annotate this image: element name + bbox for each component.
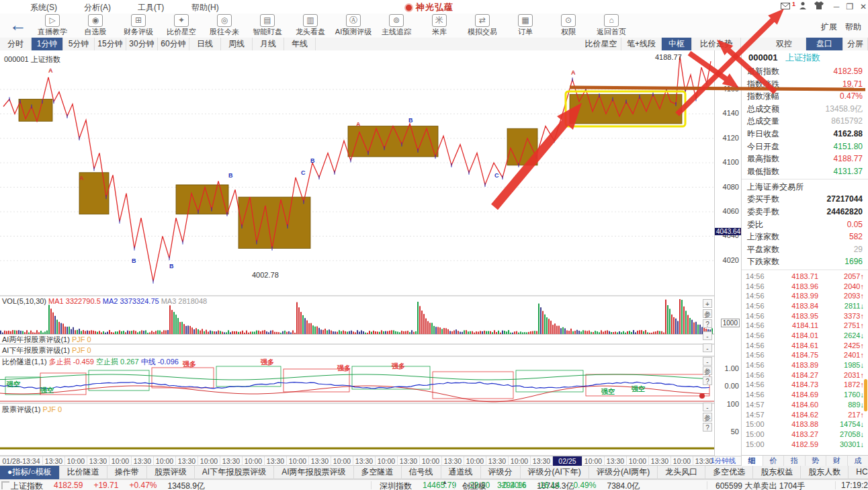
tick-row[interactable]: 14:574184.60889↓ <box>742 400 868 410</box>
mini-tab-5[interactable]: 财 <box>826 456 848 466</box>
pane-button--[interactable]: - <box>703 357 712 366</box>
pane-button-参[interactable]: 参 <box>703 366 712 375</box>
mode-tab-4[interactable]: 比价走势 <box>692 38 741 50</box>
toolbar-leader-board[interactable]: ▥龙头看盘 <box>289 14 332 37</box>
toolbar-live-teaching[interactable]: ▷直播教学 <box>31 14 74 37</box>
indicator-tab-1[interactable]: ●指标/○模板 <box>0 466 60 479</box>
pane-button--[interactable]: - <box>703 331 712 340</box>
period-tab-4[interactable]: 15分钟 <box>95 38 126 50</box>
period-tab-8[interactable]: 周线 <box>221 38 253 50</box>
mode-tab-2[interactable]: 笔+线段 <box>621 38 662 50</box>
mini-tab-1[interactable]: 细 <box>742 456 763 466</box>
tick-row[interactable]: 14:574184.62217↑ <box>742 410 868 420</box>
indicator-tab-3[interactable]: 操作带 <box>107 466 147 479</box>
period-tab-9[interactable]: 月线 <box>253 38 284 50</box>
tick-row[interactable]: 14:564184.112751↑ <box>742 321 868 331</box>
toolbar-permission[interactable]: ⊙权限 <box>547 14 590 37</box>
indicator-tab-12[interactable]: 评级分(AI两年) <box>589 466 658 479</box>
tick-row[interactable]: 15:004183.8814754↓ <box>742 419 868 430</box>
mail-icon[interactable]: 1 <box>779 1 791 12</box>
toolbar-sim-trading[interactable]: ⇄模拟交易 <box>461 14 504 37</box>
tick-row[interactable]: 14:564184.272031↑ <box>742 370 868 380</box>
tick-row[interactable]: 14:564184.691760↓ <box>742 390 868 400</box>
menu-item-3[interactable]: 工具(T) <box>138 2 164 13</box>
indicator-tab-8[interactable]: 信号线 <box>402 466 441 479</box>
toolbar-link-2[interactable]: 帮助 <box>845 22 861 32</box>
back-button[interactable]: ← <box>9 16 27 34</box>
pane-button-?[interactable]: ? <box>703 376 712 385</box>
pane-button-参[interactable]: 参 <box>703 309 712 318</box>
mini-tab-4[interactable]: 势 <box>806 456 827 466</box>
period-tab-7[interactable]: 日线 <box>189 38 221 50</box>
toolbar-mainline-track[interactable]: ⊚主线追踪 <box>375 14 418 37</box>
restore-icon[interactable]: ❐ <box>844 1 856 12</box>
toolbar-link-1[interactable]: 扩展 <box>821 22 837 32</box>
indicator-tab-9[interactable]: 通道线 <box>441 466 481 479</box>
tick-row[interactable]: 15:004183.2727058↓ <box>742 430 868 440</box>
mini-tab-6[interactable]: 成 <box>848 456 868 466</box>
pane-button-?[interactable]: ? <box>703 319 712 328</box>
indicator-tab-16[interactable]: 股东人数 <box>801 466 849 479</box>
indicator-tab-5[interactable]: AI下年报股票评级 <box>195 466 274 479</box>
mode-tab-1[interactable]: 比价星空 <box>581 38 621 50</box>
tick-row[interactable]: 14:564184.012624↓ <box>742 331 868 341</box>
chart-canvas[interactable]: AABBBCBABCA4188.774002.78强多强多强多强多强空强空强空强… <box>0 50 741 456</box>
tick-row[interactable]: 15:004182.5930301↓ <box>742 440 868 450</box>
mode-tab-right-1[interactable]: 双控 <box>763 38 806 50</box>
indicator-tab-15[interactable]: 股东权益 <box>753 466 801 479</box>
period-tab-6[interactable]: 60分钟 <box>158 38 189 50</box>
indicator-tab-2[interactable]: 比价隧道 <box>60 466 107 479</box>
shirt-icon[interactable] <box>813 1 825 12</box>
menu-item-4[interactable]: 帮助(H) <box>191 2 219 13</box>
tick-scrollbar[interactable] <box>864 379 867 411</box>
mini-tab-2[interactable]: 价 <box>763 456 785 466</box>
toolbar-finance-rating[interactable]: ⊞财务评级 <box>117 14 160 37</box>
indicator-tab-6[interactable]: AI两年报股票评级 <box>274 466 353 479</box>
tick-row[interactable]: 14:564184.752401↑ <box>742 350 868 360</box>
menu-item-2[interactable]: 分析(A) <box>84 2 111 13</box>
toolbar-watchlist[interactable]: ◉自选股 <box>74 14 117 37</box>
user-icon[interactable] <box>797 1 809 12</box>
mode-tab-3[interactable]: 中枢 <box>662 38 692 50</box>
tick-row[interactable]: 14:564183.842811↓ <box>742 301 868 311</box>
toolbar-price-compare-sky[interactable]: ✦比价星空 <box>160 14 203 37</box>
mode-tab-right-3[interactable]: 分屏 <box>843 38 868 50</box>
toolbar-home[interactable]: ⌂返回首页 <box>590 14 633 37</box>
indicator-tab-10[interactable]: 评级分 <box>481 466 521 479</box>
tick-row[interactable]: 14:564183.891985↓ <box>742 360 868 370</box>
pane-button--[interactable]: - <box>703 403 712 411</box>
period-tab-10[interactable]: 年线 <box>284 38 316 50</box>
tick-row[interactable]: 14:564183.992093↑ <box>742 291 868 301</box>
minimize-icon[interactable]: ─ <box>830 1 842 12</box>
period-tab-3[interactable]: 5分钟 <box>63 38 95 50</box>
tick-row[interactable]: 14:564184.731872↑ <box>742 380 868 390</box>
mode-tab-right-2[interactable]: 盘口 <box>806 38 843 50</box>
period-tab-1[interactable]: 分时 <box>0 38 32 50</box>
tick-row[interactable]: 14:564184.612425↑ <box>742 341 868 351</box>
tick-list[interactable]: 14:564183.712057↑14:564183.962040↑14:564… <box>742 272 868 450</box>
toolbar-smart-monitor[interactable]: ▤智能盯盘 <box>246 14 289 37</box>
toolbar-ai-predict-rating[interactable]: ⒶAI预测评级 <box>332 14 375 37</box>
indicator-tab-14[interactable]: 多空优选 <box>705 466 753 479</box>
tick-row[interactable]: 14:564183.953373↑ <box>742 311 868 321</box>
toolbar-miku[interactable]: 米米库 <box>418 14 461 37</box>
menu-item-1[interactable]: 系统(S) <box>30 2 57 13</box>
indicator-tab-4[interactable]: 股票评级 <box>147 466 195 479</box>
period-tab-2[interactable]: 1分钟 <box>32 38 63 50</box>
main-chart-area[interactable]: AABBBCBABCA4188.774002.78强多强多强多强多强空强空强空强… <box>0 50 741 456</box>
indicator-tab-17[interactable]: HCBOLL <box>849 466 868 479</box>
pane-button--[interactable]: - <box>703 343 712 352</box>
mini-tab-3[interactable]: 指 <box>784 456 806 466</box>
indicator-tab-11[interactable]: 评级分(AI下年) <box>521 466 589 479</box>
indicator-tab-7[interactable]: 多空隧道 <box>354 466 402 479</box>
close-icon[interactable]: ✕ <box>857 1 868 12</box>
period-tab-5[interactable]: 30分钟 <box>126 38 158 50</box>
tick-row[interactable]: 14:564183.712057↑ <box>742 272 868 282</box>
pane-button-参[interactable]: 参 <box>703 413 712 421</box>
pane-button-+[interactable]: + <box>703 299 712 308</box>
toolbar-order[interactable]: ▦订单 <box>504 14 547 37</box>
toolbar-stock-history[interactable]: ◎股往今来 <box>203 14 246 37</box>
pane-button-?[interactable]: ? <box>703 423 712 432</box>
indicator-tab-13[interactable]: 龙头风口 <box>658 466 705 479</box>
tick-row[interactable]: 14:564183.962040↑ <box>742 282 868 292</box>
